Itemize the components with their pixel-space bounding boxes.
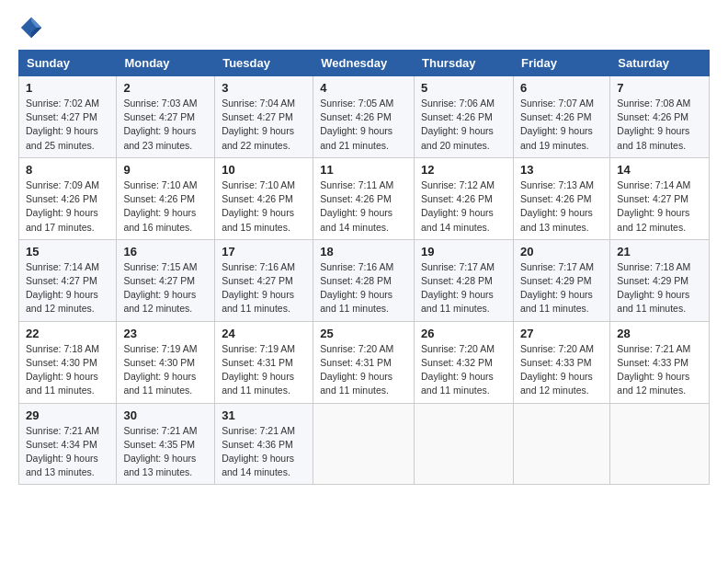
day-info: Sunrise: 7:10 AMSunset: 4:26 PMDaylight:… (123, 178, 208, 235)
day-number: 6 (520, 81, 603, 95)
day-info: Sunrise: 7:05 AMSunset: 4:26 PMDaylight:… (320, 97, 407, 153)
day-number: 24 (222, 327, 306, 340)
day-number: 14 (617, 163, 702, 177)
header (18, 15, 710, 40)
calendar-cell: 30 Sunrise: 7:21 AMSunset: 4:35 PMDaylig… (117, 403, 215, 485)
calendar-cell: 25 Sunrise: 7:20 AMSunset: 4:31 PMDaylig… (313, 321, 415, 403)
day-number: 16 (123, 245, 208, 259)
calendar-cell: 19 Sunrise: 7:17 AMSunset: 4:28 PMDaylig… (415, 239, 514, 321)
day-number: 26 (421, 327, 506, 340)
day-info: Sunrise: 7:03 AMSunset: 4:27 PMDaylight:… (123, 97, 208, 153)
day-info: Sunrise: 7:18 AMSunset: 4:29 PMDaylight:… (617, 260, 702, 316)
day-info: Sunrise: 7:14 AMSunset: 4:27 PMDaylight:… (617, 178, 702, 235)
day-info: Sunrise: 7:02 AMSunset: 4:27 PMDaylight:… (26, 97, 109, 153)
day-info: Sunrise: 7:16 AMSunset: 4:28 PMDaylight:… (320, 260, 407, 316)
calendar-cell: 31 Sunrise: 7:21 AMSunset: 4:36 PMDaylig… (215, 403, 313, 485)
calendar-cell: 2 Sunrise: 7:03 AMSunset: 4:27 PMDayligh… (117, 76, 215, 158)
day-number: 7 (617, 81, 702, 95)
day-number: 4 (320, 81, 407, 95)
calendar-cell: 1 Sunrise: 7:02 AMSunset: 4:27 PMDayligh… (19, 76, 117, 158)
calendar-cell (513, 403, 609, 485)
day-number: 25 (320, 327, 407, 340)
day-info: Sunrise: 7:13 AMSunset: 4:26 PMDaylight:… (520, 178, 603, 235)
day-number: 13 (520, 163, 603, 177)
day-info: Sunrise: 7:06 AMSunset: 4:26 PMDaylight:… (421, 97, 506, 153)
calendar-cell: 26 Sunrise: 7:20 AMSunset: 4:32 PMDaylig… (415, 321, 514, 403)
day-info: Sunrise: 7:10 AMSunset: 4:26 PMDaylight:… (222, 178, 306, 235)
day-number: 27 (520, 327, 603, 340)
day-info: Sunrise: 7:07 AMSunset: 4:26 PMDaylight:… (520, 97, 603, 153)
calendar-cell: 6 Sunrise: 7:07 AMSunset: 4:26 PMDayligh… (513, 76, 609, 158)
calendar-week-4: 22 Sunrise: 7:18 AMSunset: 4:30 PMDaylig… (19, 321, 710, 403)
day-info: Sunrise: 7:12 AMSunset: 4:26 PMDaylight:… (421, 178, 506, 235)
calendar-cell: 27 Sunrise: 7:20 AMSunset: 4:33 PMDaylig… (513, 321, 609, 403)
day-info: Sunrise: 7:21 AMSunset: 4:33 PMDaylight:… (617, 342, 702, 398)
calendar-cell: 10 Sunrise: 7:10 AMSunset: 4:26 PMDaylig… (215, 157, 313, 239)
day-number: 31 (222, 408, 306, 422)
calendar-week-1: 1 Sunrise: 7:02 AMSunset: 4:27 PMDayligh… (19, 76, 710, 158)
day-info: Sunrise: 7:08 AMSunset: 4:26 PMDaylight:… (617, 97, 702, 153)
day-number: 8 (26, 163, 109, 177)
day-number: 29 (26, 408, 109, 422)
calendar-table: SundayMondayTuesdayWednesdayThursdayFrid… (18, 50, 710, 485)
logo-icon (18, 15, 44, 40)
day-number: 18 (320, 245, 407, 259)
calendar-cell: 28 Sunrise: 7:21 AMSunset: 4:33 PMDaylig… (610, 321, 710, 403)
calendar-cell: 21 Sunrise: 7:18 AMSunset: 4:29 PMDaylig… (610, 239, 710, 321)
day-number: 2 (123, 81, 208, 95)
calendar-cell: 14 Sunrise: 7:14 AMSunset: 4:27 PMDaylig… (610, 157, 710, 239)
day-info: Sunrise: 7:16 AMSunset: 4:27 PMDaylight:… (222, 260, 306, 316)
day-number: 9 (123, 163, 208, 177)
calendar-cell: 23 Sunrise: 7:19 AMSunset: 4:30 PMDaylig… (117, 321, 215, 403)
calendar-cell: 7 Sunrise: 7:08 AMSunset: 4:26 PMDayligh… (610, 76, 710, 158)
calendar-cell (610, 403, 710, 485)
day-info: Sunrise: 7:20 AMSunset: 4:31 PMDaylight:… (320, 342, 407, 398)
calendar-cell: 22 Sunrise: 7:18 AMSunset: 4:30 PMDaylig… (19, 321, 117, 403)
day-number: 15 (26, 245, 109, 259)
calendar-cell: 11 Sunrise: 7:11 AMSunset: 4:26 PMDaylig… (313, 157, 415, 239)
day-header-saturday: Saturday (610, 51, 710, 76)
day-number: 21 (617, 245, 702, 259)
calendar-cell: 3 Sunrise: 7:04 AMSunset: 4:27 PMDayligh… (215, 76, 313, 158)
calendar-cell: 15 Sunrise: 7:14 AMSunset: 4:27 PMDaylig… (19, 239, 117, 321)
calendar-cell: 12 Sunrise: 7:12 AMSunset: 4:26 PMDaylig… (415, 157, 514, 239)
calendar-week-2: 8 Sunrise: 7:09 AMSunset: 4:26 PMDayligh… (19, 157, 710, 239)
calendar-cell (415, 403, 514, 485)
calendar-cell: 4 Sunrise: 7:05 AMSunset: 4:26 PMDayligh… (313, 76, 415, 158)
calendar-body: 1 Sunrise: 7:02 AMSunset: 4:27 PMDayligh… (19, 76, 710, 485)
day-header-thursday: Thursday (415, 51, 514, 76)
calendar-week-3: 15 Sunrise: 7:14 AMSunset: 4:27 PMDaylig… (19, 239, 710, 321)
day-info: Sunrise: 7:19 AMSunset: 4:30 PMDaylight:… (123, 342, 208, 398)
day-number: 12 (421, 163, 506, 177)
day-header-friday: Friday (513, 51, 609, 76)
calendar-cell: 9 Sunrise: 7:10 AMSunset: 4:26 PMDayligh… (117, 157, 215, 239)
calendar-cell: 13 Sunrise: 7:13 AMSunset: 4:26 PMDaylig… (513, 157, 609, 239)
calendar-cell: 24 Sunrise: 7:19 AMSunset: 4:31 PMDaylig… (215, 321, 313, 403)
day-header-wednesday: Wednesday (313, 51, 415, 76)
day-number: 20 (520, 245, 603, 259)
calendar-cell: 16 Sunrise: 7:15 AMSunset: 4:27 PMDaylig… (117, 239, 215, 321)
day-info: Sunrise: 7:21 AMSunset: 4:34 PMDaylight:… (26, 424, 109, 480)
day-number: 28 (617, 327, 702, 340)
day-info: Sunrise: 7:19 AMSunset: 4:31 PMDaylight:… (222, 342, 306, 398)
page: SundayMondayTuesdayWednesdayThursdayFrid… (0, 0, 728, 494)
day-number: 10 (222, 163, 306, 177)
calendar-header-row: SundayMondayTuesdayWednesdayThursdayFrid… (19, 51, 710, 76)
day-header-sunday: Sunday (19, 51, 117, 76)
day-info: Sunrise: 7:20 AMSunset: 4:33 PMDaylight:… (520, 342, 603, 398)
logo (18, 15, 48, 40)
day-info: Sunrise: 7:20 AMSunset: 4:32 PMDaylight:… (421, 342, 506, 398)
day-number: 1 (26, 81, 109, 95)
day-number: 30 (123, 408, 208, 422)
day-number: 3 (222, 81, 306, 95)
day-info: Sunrise: 7:18 AMSunset: 4:30 PMDaylight:… (26, 342, 109, 398)
day-info: Sunrise: 7:15 AMSunset: 4:27 PMDaylight:… (123, 260, 208, 316)
calendar-cell (313, 403, 415, 485)
calendar-cell: 18 Sunrise: 7:16 AMSunset: 4:28 PMDaylig… (313, 239, 415, 321)
day-number: 19 (421, 245, 506, 259)
day-info: Sunrise: 7:17 AMSunset: 4:28 PMDaylight:… (421, 260, 506, 316)
day-number: 23 (123, 327, 208, 340)
calendar-week-5: 29 Sunrise: 7:21 AMSunset: 4:34 PMDaylig… (19, 403, 710, 485)
day-number: 5 (421, 81, 506, 95)
day-info: Sunrise: 7:17 AMSunset: 4:29 PMDaylight:… (520, 260, 603, 316)
